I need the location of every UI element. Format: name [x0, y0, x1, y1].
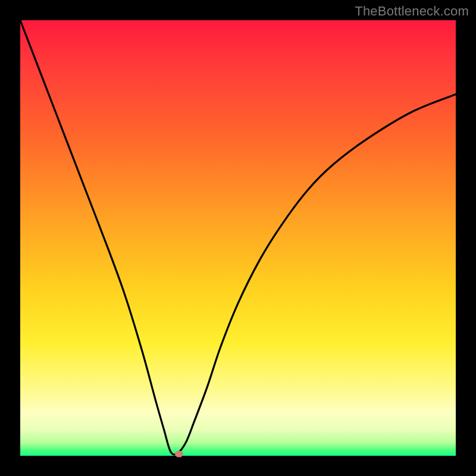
chart-frame: TheBottleneck.com [0, 0, 476, 476]
watermark-text: TheBottleneck.com [355, 4, 469, 19]
minimum-marker [175, 451, 183, 458]
plot-area [20, 20, 456, 456]
bottleneck-curve [20, 20, 456, 456]
